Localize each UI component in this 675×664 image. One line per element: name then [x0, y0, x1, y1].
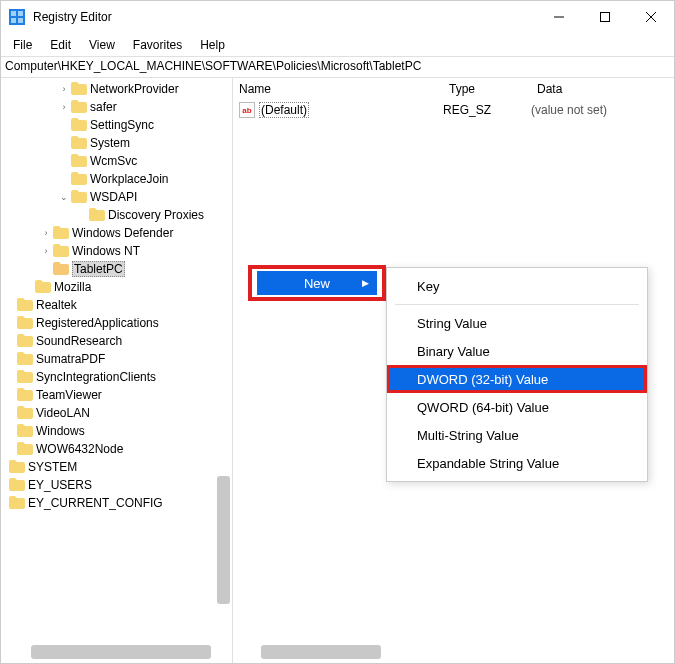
- tree-item[interactable]: ›Windows Defender: [1, 224, 232, 242]
- folder-icon: [9, 478, 25, 492]
- tree-item[interactable]: ›SoundResearch: [1, 332, 232, 350]
- tree-panel: ›NetworkProvider›safer›SettingSync›Syste…: [1, 78, 233, 663]
- tree-item[interactable]: ›SettingSync: [1, 116, 232, 134]
- context-menu-item[interactable]: Key: [387, 272, 647, 300]
- tree-item-label: Windows NT: [72, 244, 140, 258]
- tree-item-label: Windows Defender: [72, 226, 173, 240]
- tree-item[interactable]: ›Windows: [1, 422, 232, 440]
- list-hscroll[interactable]: [261, 645, 381, 659]
- menu-view[interactable]: View: [81, 36, 123, 54]
- tree-item[interactable]: ›EY_CURRENT_CONFIG: [1, 494, 232, 512]
- tree-item[interactable]: ›Mozilla: [1, 278, 232, 296]
- tree-item-label: Mozilla: [54, 280, 91, 294]
- tree-item[interactable]: ›Windows NT: [1, 242, 232, 260]
- folder-icon: [17, 406, 33, 420]
- tree-item[interactable]: ›Realtek: [1, 296, 232, 314]
- context-menu-item[interactable]: Expandable String Value: [387, 449, 647, 477]
- menu-edit[interactable]: Edit: [42, 36, 79, 54]
- maximize-button[interactable]: [582, 1, 628, 33]
- menubar: File Edit View Favorites Help: [1, 33, 674, 56]
- address-bar[interactable]: Computer\HKEY_LOCAL_MACHINE\SOFTWARE\Pol…: [1, 56, 674, 78]
- folder-icon: [53, 226, 69, 240]
- tree-item-label: EY_CURRENT_CONFIG: [28, 496, 163, 510]
- chevron-right-icon[interactable]: ›: [39, 228, 53, 238]
- tree-hscroll[interactable]: [31, 645, 211, 659]
- folder-icon: [53, 262, 69, 276]
- context-menu-item[interactable]: Binary Value: [387, 337, 647, 365]
- context-menu-item[interactable]: QWORD (64-bit) Value: [387, 393, 647, 421]
- folder-icon: [71, 172, 87, 186]
- folder-icon: [71, 154, 87, 168]
- tree-item[interactable]: ›TeamViewer: [1, 386, 232, 404]
- chevron-right-icon[interactable]: ›: [39, 246, 53, 256]
- tree-item[interactable]: ›VideoLAN: [1, 404, 232, 422]
- tree-item-label: SYSTEM: [28, 460, 77, 474]
- scroll-thumb[interactable]: [217, 476, 230, 604]
- tree-item[interactable]: ›NetworkProvider: [1, 80, 232, 98]
- folder-icon: [9, 460, 25, 474]
- tree-item[interactable]: ›WOW6432Node: [1, 440, 232, 458]
- tree-item[interactable]: ›WorkplaceJoin: [1, 170, 232, 188]
- tree-item[interactable]: ›TabletPC: [1, 260, 232, 278]
- context-menu-item[interactable]: Multi-String Value: [387, 421, 647, 449]
- tree-item[interactable]: ›safer: [1, 98, 232, 116]
- tree-item-label: Windows: [36, 424, 85, 438]
- tree-item[interactable]: ›SumatraPDF: [1, 350, 232, 368]
- tree-item-label: SumatraPDF: [36, 352, 105, 366]
- folder-icon: [89, 208, 105, 222]
- svg-rect-2: [18, 11, 23, 16]
- tree-item-label: WcmSvc: [90, 154, 137, 168]
- tree-item-label: WOW6432Node: [36, 442, 123, 456]
- chevron-right-icon[interactable]: ›: [57, 84, 71, 94]
- context-menu-item[interactable]: DWORD (32-bit) Value: [387, 365, 647, 393]
- menu-favorites[interactable]: Favorites: [125, 36, 190, 54]
- tree-vscroll[interactable]: [217, 78, 230, 663]
- tree-item-label: SoundResearch: [36, 334, 122, 348]
- tree-item[interactable]: ›Discovery Proxies: [1, 206, 232, 224]
- column-header-name[interactable]: Name: [233, 80, 443, 98]
- tree-item-label: Realtek: [36, 298, 77, 312]
- folder-icon: [17, 388, 33, 402]
- menu-help[interactable]: Help: [192, 36, 233, 54]
- folder-icon: [17, 316, 33, 330]
- minimize-button[interactable]: [536, 1, 582, 33]
- tree-item[interactable]: ›EY_USERS: [1, 476, 232, 494]
- chevron-down-icon[interactable]: ⌄: [57, 192, 71, 202]
- menu-file[interactable]: File: [5, 36, 40, 54]
- column-header-type[interactable]: Type: [443, 80, 531, 98]
- tree-item[interactable]: ›SyncIntegrationClients: [1, 368, 232, 386]
- column-header-data[interactable]: Data: [531, 80, 674, 98]
- tree-item-label: SettingSync: [90, 118, 154, 132]
- tree-item-label: VideoLAN: [36, 406, 90, 420]
- svg-rect-1: [11, 11, 16, 16]
- context-submenu: KeyString ValueBinary ValueDWORD (32-bit…: [386, 267, 648, 482]
- row-data: (value not set): [531, 103, 674, 117]
- tree-view[interactable]: ›NetworkProvider›safer›SettingSync›Syste…: [1, 78, 232, 512]
- tree-item[interactable]: ›WcmSvc: [1, 152, 232, 170]
- folder-icon: [17, 298, 33, 312]
- tree-item-label: safer: [90, 100, 117, 114]
- tree-item-label: System: [90, 136, 130, 150]
- tree-item[interactable]: ⌄WSDAPI: [1, 188, 232, 206]
- tree-item[interactable]: ›SYSTEM: [1, 458, 232, 476]
- titlebar: Registry Editor: [1, 1, 674, 33]
- context-new-label: New: [304, 276, 330, 291]
- row-name: (Default): [259, 103, 443, 117]
- tree-item[interactable]: ›System: [1, 134, 232, 152]
- close-button[interactable]: [628, 1, 674, 33]
- context-menu-item[interactable]: String Value: [387, 309, 647, 337]
- folder-icon: [17, 334, 33, 348]
- list-rows: ab(Default)REG_SZ(value not set): [233, 100, 674, 120]
- folder-icon: [71, 100, 87, 114]
- folder-icon: [17, 442, 33, 456]
- context-menu-new[interactable]: New ▶: [257, 271, 377, 295]
- folder-icon: [71, 118, 87, 132]
- folder-icon: [17, 370, 33, 384]
- chevron-right-icon[interactable]: ›: [57, 102, 71, 112]
- list-header: Name Type Data: [233, 78, 674, 100]
- tree-item-label: WSDAPI: [90, 190, 137, 204]
- folder-icon: [9, 496, 25, 510]
- tree-item[interactable]: ›RegisteredApplications: [1, 314, 232, 332]
- list-row[interactable]: ab(Default)REG_SZ(value not set): [233, 100, 674, 120]
- folder-icon: [71, 82, 87, 96]
